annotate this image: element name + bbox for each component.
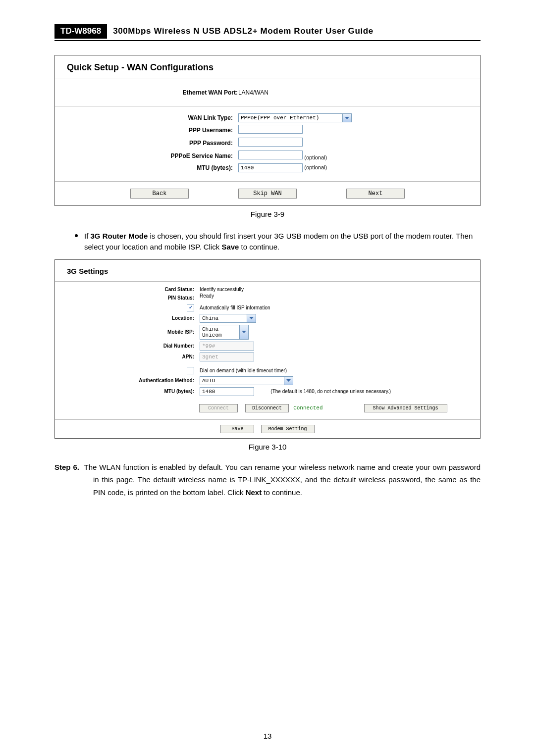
wan-link-type-label: WAN Link Type:: [55, 106, 238, 123]
pppoe-service-name-input[interactable]: [238, 151, 303, 159]
dial-number-input[interactable]: *99#: [200, 342, 254, 351]
save-button[interactable]: Save: [220, 425, 254, 433]
connection-status: Connected: [293, 405, 322, 411]
mobile-isp-value: China Unicom: [200, 325, 239, 340]
card-status-value: Identify successfully: [199, 282, 447, 293]
ppp-username-input[interactable]: [238, 125, 303, 134]
wan-mtu-hint: (optional): [304, 164, 327, 170]
ppp-password-input[interactable]: [238, 138, 303, 147]
3g-settings-screenshot: 3G Settings Card Status: Identify succes…: [54, 259, 481, 439]
svg-marker-2: [242, 331, 246, 333]
wan-config-screenshot: Quick Setup - WAN Configurations Etherne…: [54, 55, 481, 206]
page-number: 13: [0, 732, 535, 740]
chevron-down-icon: [342, 113, 352, 122]
chevron-down-icon: [284, 376, 293, 385]
pppoe-service-name-label: PPPoE Service Name:: [55, 149, 238, 161]
doc-title: 300Mbps Wireless N USB ADSL2+ Modem Rout…: [113, 26, 374, 36]
step-6-paragraph: Step 6. The WLAN function is enabled by …: [54, 461, 481, 499]
auto-fill-label: Automatically fill ISP information: [199, 303, 447, 312]
location-value: China: [200, 314, 247, 323]
chevron-down-icon: [239, 325, 249, 340]
location-label: Location:: [85, 312, 199, 323]
wan-mtu-input[interactable]: 1480: [238, 163, 303, 172]
mobile-isp-label: Mobile ISP:: [85, 323, 199, 340]
svg-marker-1: [249, 317, 254, 319]
model-badge: TD-W8968: [54, 24, 107, 39]
wan-link-type-select[interactable]: PPPoE(PPP over Ethernet): [238, 113, 352, 122]
next-button[interactable]: Next: [346, 189, 405, 199]
chevron-down-icon: [247, 314, 256, 323]
card-status-label: Card Status:: [85, 282, 199, 293]
3g-mtu-label: MTU (bytes):: [85, 386, 199, 401]
pin-status-label: PIN Status:: [85, 293, 199, 303]
doc-header: TD-W8968 300Mbps Wireless N USB ADSL2+ M…: [54, 24, 481, 41]
dial-on-demand-checkbox[interactable]: [187, 367, 194, 374]
modem-setting-button[interactable]: Modem Setting: [261, 425, 315, 433]
wan-link-type-value: PPPoE(PPP over Ethernet): [238, 113, 342, 122]
ppp-username-label: PPP Username:: [55, 123, 238, 136]
apn-input[interactable]: 3gnet: [200, 353, 254, 361]
mobile-isp-select[interactable]: China Unicom: [200, 325, 249, 340]
connect-button[interactable]: Connect: [199, 404, 238, 412]
auth-method-select[interactable]: AUTO: [200, 376, 293, 385]
svg-marker-3: [286, 379, 291, 382]
3g-panel-title: 3G Settings: [55, 260, 480, 281]
show-advanced-settings-button[interactable]: Show Advanced Settings: [364, 404, 447, 412]
auth-method-value: AUTO: [200, 376, 284, 385]
3g-mtu-hint: (The default is 1480, do not change unle…: [270, 389, 391, 394]
3g-mtu-input[interactable]: 1480: [200, 387, 254, 396]
ewan-port-value: LAN4/WAN: [238, 79, 480, 106]
skip-wan-button[interactable]: Skip WAN: [238, 189, 297, 199]
location-select[interactable]: China: [200, 314, 256, 323]
auto-fill-checkbox[interactable]: ✓: [187, 304, 194, 311]
wan-mtu-label: MTU (bytes):: [55, 161, 238, 181]
figure-3-9-caption: Figure 3-9: [54, 210, 481, 218]
ppp-password-label: PPP Password:: [55, 136, 238, 149]
dial-on-demand-label: Dial on demand (with idle timeout timer): [199, 366, 447, 375]
disconnect-button[interactable]: Disconnect: [245, 404, 289, 412]
back-button[interactable]: Back: [130, 189, 189, 199]
auth-method-label: Authentication Method:: [85, 375, 199, 386]
ewan-port-label: Ethernet WAN Port:: [55, 79, 238, 106]
apn-label: APN:: [85, 351, 199, 366]
svc-name-hint: (optional): [304, 154, 327, 160]
bullet-3g-router-mode: If 3G Router Mode is chosen, you should …: [84, 228, 481, 252]
wan-panel-title: Quick Setup - WAN Configurations: [55, 55, 480, 79]
pin-status-value: Ready: [199, 293, 447, 303]
dial-number-label: Dial Number:: [85, 340, 199, 351]
figure-3-10-caption: Figure 3-10: [54, 443, 481, 451]
svg-marker-0: [345, 117, 349, 119]
